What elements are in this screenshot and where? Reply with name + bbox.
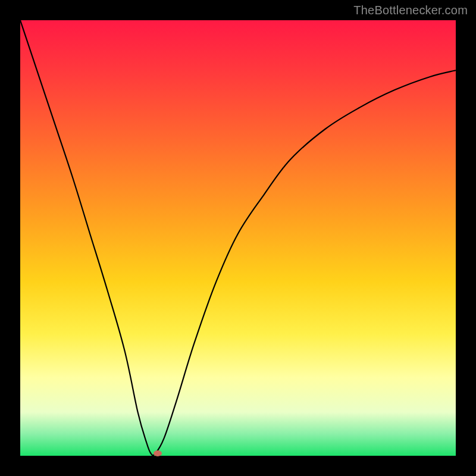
plot-area: [20, 20, 456, 456]
chart-frame: TheBottlenecker.com: [0, 0, 476, 476]
watermark-text: TheBottlenecker.com: [353, 4, 468, 17]
bottleneck-curve: [20, 20, 456, 456]
min-point-marker: [154, 450, 162, 456]
